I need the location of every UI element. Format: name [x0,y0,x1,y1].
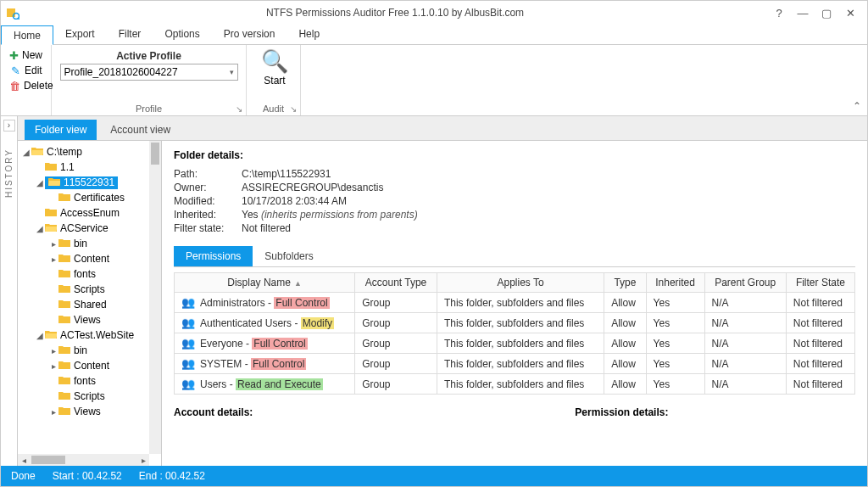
folder-details-heading: Folder details: [174,149,855,161]
magnifier-icon: 🔍 [261,48,288,75]
col-account-type[interactable]: Account Type [355,273,437,293]
tree-twisty-icon[interactable] [48,377,58,386]
tree-node[interactable]: ▸Content [18,251,161,266]
menu-home[interactable]: Home [1,25,53,45]
tree-twisty-icon[interactable]: ◢ [35,178,45,188]
history-expander-icon[interactable]: › [3,120,15,132]
tree-twisty-icon[interactable] [48,193,58,203]
table-row[interactable]: 👥Authenticated Users - ModifyGroupThis f… [175,313,855,333]
tree-twisty-icon[interactable] [35,163,45,172]
modified-value: 10/17/2018 2:03:44 AM [242,195,855,207]
tree-node-label: C:\temp [47,146,82,158]
tree-node[interactable]: Shared [18,297,161,312]
row-parent-group: N/A [704,333,786,354]
tree-twisty-icon[interactable] [48,300,58,310]
tree-node[interactable]: 1.1 [18,160,161,175]
tab-account-view[interactable]: Account view [100,120,181,140]
menu-options[interactable]: Options [153,25,211,44]
tree-twisty-icon[interactable] [35,209,45,218]
tree-node[interactable]: ◢ACService [18,221,161,236]
app-icon [6,6,19,20]
col-type[interactable]: Type [604,273,646,293]
maximize-icon[interactable]: ▢ [815,7,838,20]
row-filter-state: Not filtered [786,354,854,374]
col-display-name[interactable]: Display Name▲ [175,273,355,293]
scroll-thumb[interactable] [151,143,159,165]
tree-horizontal-scrollbar[interactable]: ◂ ▸ [18,454,149,466]
tree-twisty-icon[interactable] [48,285,58,294]
folder-icon [58,299,70,311]
tree-twisty-icon[interactable]: ◢ [21,148,31,157]
tree-node[interactable]: Views [18,312,161,327]
table-row[interactable]: 👥Users - Read and ExecuteGroupThis folde… [175,374,855,395]
start-button[interactable]: 🔍 Start [253,48,296,87]
new-button[interactable]: ✚New [8,48,44,62]
tree-node[interactable]: ◢ACTest.WebSite [18,327,161,343]
row-display-name: Administrators - [200,297,274,309]
row-account-type: Group [355,354,437,374]
tree-twisty-icon[interactable]: ◢ [35,224,45,233]
menu-help[interactable]: Help [287,25,331,44]
tree-node-label: AccessEnum [60,207,120,219]
col-applies-to[interactable]: Applies To [437,273,604,293]
tree-node[interactable]: ◢C:\temp [18,144,161,160]
folder-icon [58,406,70,418]
menu-filter[interactable]: Filter [107,25,153,44]
tree-node[interactable]: ◢115522931 [18,175,161,190]
tree-node[interactable]: Scripts [18,282,161,297]
group-icon: 👥 [181,337,195,350]
help-icon[interactable]: ? [767,7,791,20]
tree-twisty-icon[interactable] [48,316,58,325]
folder-details-grid: Path:C:\temp\115522931 Owner:ASSIRECREGR… [174,168,855,234]
row-permission-level: Full Control [252,338,307,350]
table-row[interactable]: 👥SYSTEM - Full ControlGroupThis folder, … [175,354,855,374]
scroll-left-icon[interactable]: ◂ [18,456,30,465]
ribbon-collapse-icon[interactable]: ⌃ [847,45,867,115]
tree-twisty-icon[interactable]: ▸ [48,361,58,371]
menu-export[interactable]: Export [53,25,107,44]
col-parent-group[interactable]: Parent Group [704,273,786,293]
col-filter-state[interactable]: Filter State [786,273,854,293]
tree-twisty-icon[interactable] [48,392,58,401]
profile-dialog-launcher-icon[interactable]: ↘ [236,104,242,114]
folder-tree[interactable]: ◢C:\temp 1.1◢115522931 Certificates Acce… [18,141,161,466]
tree-twisty-icon[interactable] [48,270,58,279]
tree-twisty-icon[interactable]: ◢ [35,331,45,340]
delete-button[interactable]: 🗑Delete [8,79,44,92]
tree-twisty-icon[interactable]: ▸ [48,255,58,264]
folder-icon [58,283,70,296]
col-inherited[interactable]: Inherited [646,273,704,293]
edit-button[interactable]: ✎Edit [8,64,44,77]
tree-twisty-icon[interactable]: ▸ [48,239,58,249]
close-icon[interactable]: ✕ [838,7,862,20]
row-inherited: Yes [646,374,704,395]
menu-pro-version[interactable]: Pro version [212,25,287,44]
tree-node[interactable]: fonts [18,266,161,282]
row-filter-state: Not filtered [786,313,854,333]
scroll-thumb-h[interactable] [31,456,65,464]
table-row[interactable]: 👥Administrators - Full ControlGroupThis … [175,293,855,313]
tree-node[interactable]: AccessEnum [18,205,161,221]
tree-node[interactable]: ▸Views [18,404,161,419]
tab-permissions[interactable]: Permissions [174,246,253,266]
scroll-right-icon[interactable]: ▸ [137,456,149,465]
tree-twisty-icon[interactable]: ▸ [48,407,58,417]
audit-dialog-launcher-icon[interactable]: ↘ [290,104,297,114]
row-parent-group: N/A [704,313,786,333]
tree-node[interactable]: Certificates [18,190,161,205]
tree-vertical-scrollbar[interactable] [149,141,161,454]
tree-node[interactable]: ▸bin [18,343,161,358]
tab-subfolders[interactable]: Subfolders [253,246,325,266]
history-label: HISTORY [4,148,14,198]
table-row[interactable]: 👥Everyone - Full ControlGroupThis folder… [175,333,855,354]
row-applies-to: This folder, subfolders and files [437,354,604,374]
active-profile-dropdown[interactable]: Profile_20181026004227 ▾ [60,64,238,81]
tab-folder-view[interactable]: Folder view [25,120,97,140]
tree-node[interactable]: Scripts [18,389,161,404]
tree-node[interactable]: ▸Content [18,358,161,373]
tree-node[interactable]: ▸bin [18,236,161,251]
minimize-icon[interactable]: — [791,7,815,20]
pencil-icon: ✎ [9,64,21,76]
tree-twisty-icon[interactable]: ▸ [48,346,58,355]
tree-node[interactable]: fonts [18,373,161,389]
